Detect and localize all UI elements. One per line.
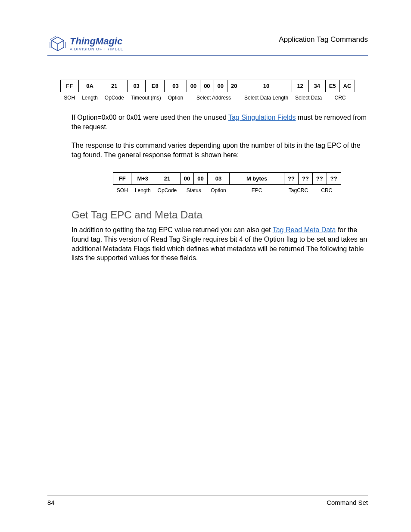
cell: AC bbox=[339, 80, 355, 92]
label: Option bbox=[165, 92, 187, 104]
label: TagCRC bbox=[284, 185, 313, 196]
cell: ?? bbox=[284, 173, 299, 185]
request-table: FF 0A 21 03 E8 03 00 00 00 20 10 12 34 E… bbox=[60, 80, 355, 103]
header-section-title: Application Tag Commands bbox=[279, 35, 368, 44]
label: Length bbox=[131, 185, 154, 196]
cell: 21 bbox=[154, 173, 181, 185]
cell: 12 bbox=[292, 80, 308, 92]
cell: 0A bbox=[78, 80, 101, 92]
logo-sub-text: A DIVISION OF TRIMBLE bbox=[70, 47, 124, 51]
cell: 03 bbox=[207, 173, 229, 185]
cell: M+3 bbox=[131, 173, 154, 185]
label: CRC bbox=[312, 185, 341, 196]
logo-main-text: ThingMagic bbox=[70, 37, 124, 46]
section-heading: Get Tag EPC and Meta Data bbox=[72, 209, 368, 221]
cell: 20 bbox=[227, 80, 241, 92]
label: Select Data bbox=[292, 92, 325, 104]
paragraph-1: If Option=0x00 or 0x01 were used then th… bbox=[72, 113, 368, 131]
cell: 21 bbox=[101, 80, 128, 92]
cell: 10 bbox=[241, 80, 292, 92]
cell: 00 bbox=[180, 173, 193, 185]
cell: 00 bbox=[200, 80, 214, 92]
text: If Option=0x00 or 0x01 were used then th… bbox=[72, 114, 228, 121]
label: CRC bbox=[325, 92, 355, 104]
label: SOH bbox=[113, 185, 131, 196]
label: Length bbox=[78, 92, 101, 104]
response-table: FF M+3 21 00 00 03 M bytes ?? ?? ?? ?? S… bbox=[113, 172, 341, 196]
label: Timeout (ms) bbox=[128, 92, 165, 104]
label: Option bbox=[207, 185, 229, 196]
label: OpCode bbox=[101, 92, 128, 104]
cube-icon bbox=[47, 34, 68, 53]
cell: ?? bbox=[327, 173, 341, 185]
cell: FF bbox=[60, 80, 78, 92]
tag-singulation-link[interactable]: Tag Singulation Fields bbox=[228, 114, 296, 121]
cell: M bytes bbox=[230, 173, 284, 185]
cell: 00 bbox=[214, 80, 227, 92]
text: In addition to getting the tag EPC value… bbox=[72, 226, 273, 233]
label: OpCode bbox=[154, 185, 181, 196]
cell: FF bbox=[113, 173, 131, 185]
cell: E8 bbox=[146, 80, 165, 92]
label: Status bbox=[180, 185, 207, 196]
cell: E5 bbox=[325, 80, 339, 92]
cell: 03 bbox=[128, 80, 146, 92]
paragraph-3: In addition to getting the tag EPC value… bbox=[72, 225, 368, 262]
cell: 00 bbox=[187, 80, 200, 92]
page-footer: 84 Command Set bbox=[47, 495, 368, 506]
label: Select Data Length bbox=[241, 92, 292, 104]
label: Select Address bbox=[187, 92, 241, 104]
tag-read-meta-link[interactable]: Tag Read Meta Data bbox=[273, 226, 336, 233]
page-number: 84 bbox=[47, 499, 55, 506]
paragraph-2: The response to this command varies depe… bbox=[72, 141, 368, 159]
cell: 03 bbox=[165, 80, 187, 92]
footer-title: Command Set bbox=[327, 499, 368, 506]
cell: ?? bbox=[298, 173, 312, 185]
cell: 34 bbox=[308, 80, 325, 92]
page-header: ThingMagic A DIVISION OF TRIMBLE Applica… bbox=[47, 34, 368, 56]
label: EPC bbox=[230, 185, 284, 196]
cell: ?? bbox=[312, 173, 327, 185]
label: SOH bbox=[60, 92, 78, 104]
logo: ThingMagic A DIVISION OF TRIMBLE bbox=[47, 34, 124, 53]
cell: 00 bbox=[194, 173, 207, 185]
